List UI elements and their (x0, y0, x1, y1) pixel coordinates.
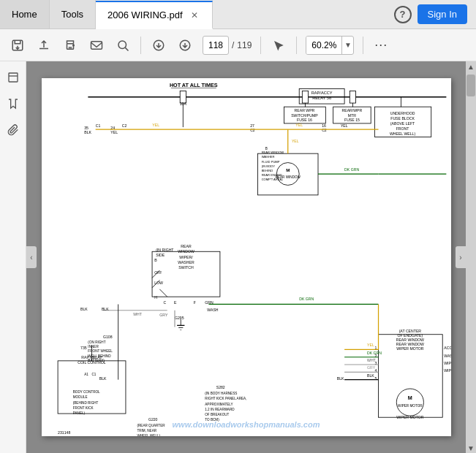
svg-text:M: M (407, 395, 412, 401)
svg-text:C: C (163, 300, 166, 305)
svg-line-5 (125, 47, 128, 50)
svg-text:BLK: BLK (101, 307, 108, 311)
page-view-button[interactable] (3, 67, 23, 88)
left-panel-collapse[interactable]: ‹ (26, 246, 37, 268)
svg-text:WASH: WASH (207, 308, 219, 312)
svg-text:B: B (154, 258, 157, 262)
search-button[interactable] (111, 34, 135, 57)
svg-text:INNER: INNER (88, 345, 99, 349)
svg-text:REAR WINDOW: REAR WINDOW (396, 338, 423, 342)
page-number-input[interactable] (203, 36, 229, 55)
scroll-up-arrow[interactable]: ▲ (466, 61, 476, 72)
svg-text:APPROXIMATELY: APPROXIMATELY (205, 403, 233, 406)
cursor-tool-button[interactable] (267, 34, 290, 57)
signin-button[interactable]: Sign In (418, 4, 467, 24)
svg-text:FLUID PUMP: FLUID PUMP (261, 160, 279, 164)
svg-text:WHEEL WELL): WHEEL WELL) (389, 132, 415, 136)
svg-text:WASHER: WASHER (261, 155, 274, 159)
svg-text:YEL: YEL (295, 123, 303, 127)
signin-label: Sign In (428, 9, 457, 20)
next-page-button[interactable] (173, 34, 197, 57)
watermark: www.downloadworkshopmanuals.com (173, 420, 320, 429)
vertical-scrollbar[interactable]: ▲ ▼ (466, 61, 476, 453)
tab-document[interactable]: 2006 WIRING.pdf ✕ (96, 1, 213, 29)
svg-text:FRONT: FRONT (396, 126, 409, 131)
main-area: ‹ HOT AT ALL TIMES RAP/ACCY RELAY 58 REA… (0, 61, 476, 453)
print-button[interactable] (58, 34, 82, 57)
left-sidebar (0, 61, 26, 453)
svg-text:S282: S282 (216, 385, 224, 389)
svg-text:DK GRN: DK GRN (344, 167, 359, 172)
svg-text:FUSE BLOCK: FUSE BLOCK (390, 116, 415, 121)
svg-text:(ON RIGHT: (ON RIGHT (88, 340, 105, 344)
svg-text:REAR ENGINE: REAR ENGINE (261, 173, 282, 177)
more-options-button[interactable]: ··· (369, 34, 393, 57)
svg-text:G220: G220 (148, 417, 157, 422)
right-panel-collapse[interactable]: › (456, 246, 466, 268)
svg-point-2 (73, 45, 75, 46)
svg-text:FRONT KICK: FRONT KICK (72, 406, 94, 410)
svg-text:(AT CENTER: (AT CENTER (398, 329, 421, 333)
svg-text:TRIM, NEAR: TRIM, NEAR (137, 429, 156, 433)
save-button[interactable] (6, 34, 29, 57)
svg-text:REAR WINDOW: REAR WINDOW (261, 151, 284, 154)
svg-text:COMP'T AREA): COMP'T AREA) (261, 178, 283, 181)
tab-tools[interactable]: Tools (50, 0, 96, 28)
bookmarks-button[interactable] (3, 94, 23, 114)
svg-rect-33 (350, 91, 355, 104)
svg-text:DK GRN: DK GRN (299, 297, 314, 301)
scroll-down-arrow[interactable]: ▼ (466, 443, 476, 453)
tab-tools-label: Tools (61, 9, 83, 20)
help-label: ? (400, 9, 406, 20)
tab-home[interactable]: Home (0, 0, 50, 28)
svg-text:BODY CONTROL: BODY CONTROL (72, 390, 99, 394)
svg-text:C2: C2 (250, 128, 255, 132)
svg-text:YEL: YEL (291, 139, 298, 143)
svg-text:SIDE: SIDE (156, 253, 165, 257)
svg-text:WASHER SWITCH SIGNAL: WASHER SWITCH SIGNAL (444, 354, 451, 358)
pdf-viewer[interactable]: HOT AT ALL TIMES RAP/ACCY RELAY 58 REAR … (26, 61, 466, 453)
svg-text:(IN RIGHT: (IN RIGHT (156, 248, 174, 252)
svg-text:COIL CONTROL: COIL CONTROL (78, 360, 106, 365)
help-button[interactable]: ? (394, 6, 412, 23)
svg-text:YEL: YEL (152, 123, 159, 127)
svg-text:M: M (286, 167, 290, 172)
svg-line-89 (159, 289, 167, 297)
svg-text:HOT AT ALL TIMES: HOT AT ALL TIMES (169, 82, 217, 88)
svg-text:WIPER DELAY 2 SIGNAL: WIPER DELAY 2 SIGNAL (444, 368, 451, 373)
svg-text:BEHIND: BEHIND (261, 169, 273, 172)
prev-page-button[interactable] (147, 34, 170, 57)
svg-text:REAR WINDOW: REAR WINDOW (396, 342, 423, 346)
svg-text:C1: C1 (95, 123, 100, 128)
svg-text:SWITCH/PUMP: SWITCH/PUMP (291, 113, 318, 118)
svg-point-139 (396, 389, 423, 416)
svg-text:WIPER DELAY 1 SIGNAL: WIPER DELAY 1 SIGNAL (444, 361, 451, 365)
svg-text:BLK: BLK (367, 373, 374, 378)
svg-text:GRY: GRY (367, 365, 376, 370)
svg-text:REAR WPR: REAR WPR (294, 108, 314, 113)
zoom-dropdown-icon[interactable]: ▼ (341, 37, 353, 54)
scroll-thumb[interactable] (466, 75, 475, 96)
svg-text:WASHER: WASHER (178, 260, 194, 264)
attachments-button[interactable] (3, 120, 23, 140)
svg-text:FUSE 16: FUSE 16 (297, 118, 312, 122)
tab-close-icon[interactable]: ✕ (189, 9, 200, 21)
svg-text:WIPER/: WIPER/ (179, 255, 193, 259)
nav-right: ? Sign In (385, 0, 476, 28)
email-button[interactable] (85, 34, 108, 57)
upload-button[interactable] (32, 34, 56, 57)
svg-text:UNDERHOOD: UNDERHOOD (390, 111, 415, 115)
svg-text:DK GRN: DK GRN (367, 351, 382, 355)
zoom-input[interactable] (306, 37, 341, 54)
svg-text:H: H (154, 295, 157, 300)
svg-text:SWITCH: SWITCH (178, 265, 194, 270)
zoom-group: ▼ (306, 36, 354, 55)
svg-text:16: 16 (322, 123, 326, 128)
pdf-page: HOT AT ALL TIMES RAP/ACCY RELAY 58 REAR … (42, 78, 451, 436)
svg-text:231148: 231148 (58, 430, 70, 435)
svg-text:1.2 IN REARWARD: 1.2 IN REARWARD (205, 408, 235, 411)
svg-text:A1: A1 (84, 373, 88, 376)
tab-document-label: 2006 WIRING.pdf (107, 9, 183, 20)
svg-text:MODULE: MODULE (72, 395, 87, 399)
svg-text:(BEHIND RIGHT: (BEHIND RIGHT (72, 401, 98, 405)
